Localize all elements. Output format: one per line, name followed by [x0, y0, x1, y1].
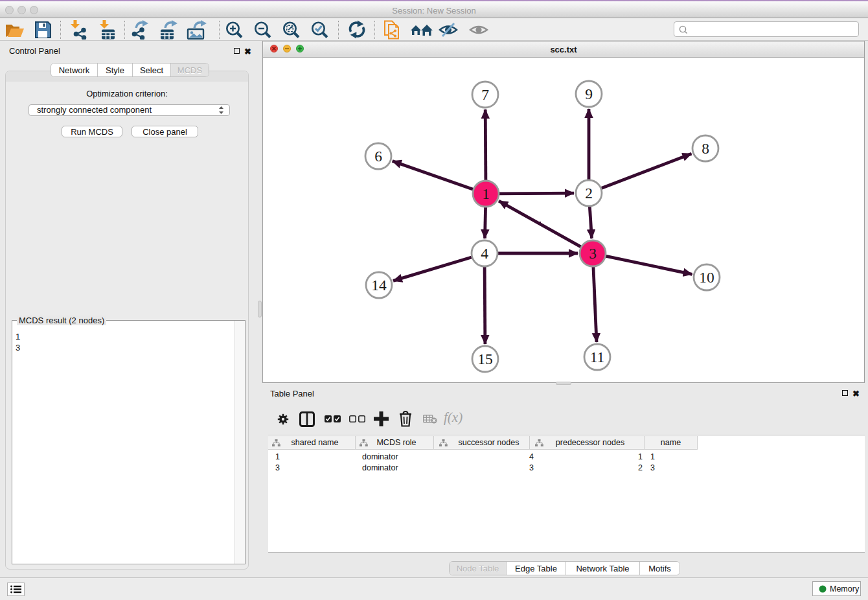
svg-text:7: 7 — [481, 86, 489, 103]
svg-text:15: 15 — [477, 351, 493, 367]
svg-text:2: 2 — [585, 185, 593, 202]
svg-text:9: 9 — [585, 86, 593, 102]
svg-text:6: 6 — [374, 148, 382, 165]
svg-text:8: 8 — [702, 140, 709, 157]
svg-text:4: 4 — [481, 245, 488, 262]
svg-text:14: 14 — [371, 277, 387, 294]
svg-text:11: 11 — [590, 349, 605, 365]
svg-text:1: 1 — [482, 185, 490, 202]
svg-text:10: 10 — [699, 269, 714, 286]
svg-text:3: 3 — [589, 245, 597, 262]
